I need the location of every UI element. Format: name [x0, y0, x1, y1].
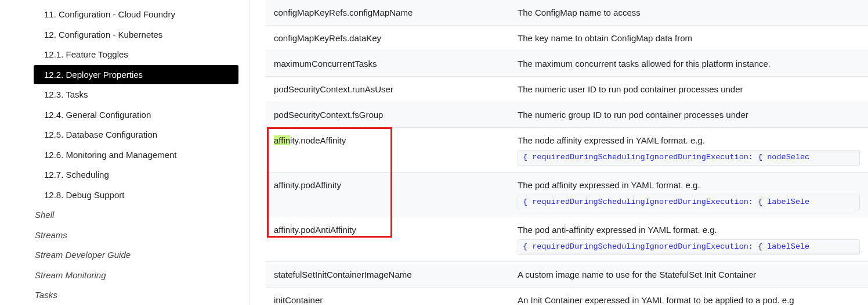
sidebar-item-stream-dev-guide[interactable]: Stream Developer Guide — [23, 245, 238, 265]
property-key: maximumConcurrentTasks — [266, 51, 509, 77]
property-description: The numeric group ID to run pod containe… — [509, 102, 868, 128]
property-key: configMapKeyRefs.dataKey — [266, 26, 509, 51]
property-key: initContainer — [266, 287, 509, 305]
table-row: initContainerAn Init Container experesse… — [266, 287, 868, 305]
property-description: The maximum concurrent tasks allowed for… — [509, 51, 868, 77]
sidebar-item-deployer-properties[interactable]: 12.2. Deployer Properties — [34, 65, 238, 85]
property-description: The node affinity expressed in YAML form… — [509, 128, 868, 173]
property-description: The ConfigMap name to access — [509, 0, 868, 26]
property-description: The numeric user ID to run pod container… — [509, 77, 868, 102]
property-description: The pod anti-affinity expressed in YAML … — [509, 217, 868, 261]
property-key: podSecurityContext.fsGroup — [266, 102, 509, 128]
code-example: { requiredDuringSchedulingIgnoredDuringE… — [518, 195, 860, 210]
table-row: configMapKeyRefs.configMapNameThe Config… — [266, 0, 868, 26]
table-row: affinity.podAffinityThe pod affinity exp… — [266, 172, 868, 217]
sidebar-item-cfg-cloud-foundry[interactable]: 11. Configuration - Cloud Foundry — [32, 5, 238, 24]
sidebar-item-feature-toggles[interactable]: 12.1. Feature Toggles — [34, 45, 238, 64]
main-content: configMapKeyRefs.configMapNameThe Config… — [249, 0, 868, 305]
property-description: An Init Container experessed in YAML for… — [509, 287, 868, 305]
sidebar-nav: 11. Configuration - Cloud Foundry12. Con… — [0, 0, 249, 305]
property-key: affinity.podAffinity — [266, 172, 509, 217]
sidebar-item-scheduling[interactable]: 12.7. Scheduling — [34, 165, 238, 185]
property-description: The key name to obtain ConfigMap data fr… — [509, 26, 868, 51]
properties-table: configMapKeyRefs.configMapNameThe Config… — [266, 0, 868, 305]
property-key: statefulSetInitContainerImageName — [266, 261, 509, 287]
sidebar-item-tasks-sub[interactable]: 12.3. Tasks — [34, 85, 238, 105]
sidebar-item-cfg-kubernetes[interactable]: 12. Configuration - Kubernetes — [32, 25, 238, 45]
table-row: statefulSetInitContainerImageNameA custo… — [266, 261, 868, 287]
sidebar-item-stream-monitoring[interactable]: Stream Monitoring — [23, 265, 238, 285]
table-row: podSecurityContext.fsGroupThe numeric gr… — [266, 102, 868, 128]
property-description: The pod affinity expressed in YAML forma… — [509, 172, 868, 217]
sidebar-item-streams[interactable]: Streams — [23, 225, 238, 245]
table-row: affinity.podAntiAffinityThe pod anti-aff… — [266, 217, 868, 261]
table-row: maximumConcurrentTasksThe maximum concur… — [266, 51, 868, 77]
sidebar-item-tasks-top[interactable]: Tasks — [23, 285, 238, 305]
table-row: podSecurityContext.runAsUserThe numeric … — [266, 77, 868, 102]
code-example: { requiredDuringSchedulingIgnoredDuringE… — [518, 239, 860, 255]
search-highlight: affin — [274, 135, 290, 145]
table-row: configMapKeyRefs.dataKeyThe key name to … — [266, 26, 868, 51]
nav-list: 11. Configuration - Cloud Foundry12. Con… — [0, 5, 249, 305]
property-key: podSecurityContext.runAsUser — [266, 77, 509, 102]
sidebar-item-database-config[interactable]: 12.5. Database Configuration — [34, 125, 238, 145]
property-key: configMapKeyRefs.configMapName — [266, 0, 509, 26]
sidebar-item-monitoring-mgmt[interactable]: 12.6. Monitoring and Management — [34, 145, 238, 165]
code-example: { requiredDuringSchedulingIgnoredDuringE… — [518, 150, 860, 166]
sidebar-item-debug-support[interactable]: 12.8. Debug Support — [34, 185, 238, 205]
sidebar-item-general-config[interactable]: 12.4. General Configuration — [34, 105, 238, 125]
property-description: A custom image name to use for the State… — [509, 261, 868, 287]
table-row: affinity.nodeAffinityThe node affinity e… — [266, 128, 868, 173]
sidebar-item-shell[interactable]: Shell — [23, 205, 238, 225]
property-key: affinity.podAntiAffinity — [266, 217, 509, 261]
property-key: affinity.nodeAffinity — [266, 128, 509, 173]
